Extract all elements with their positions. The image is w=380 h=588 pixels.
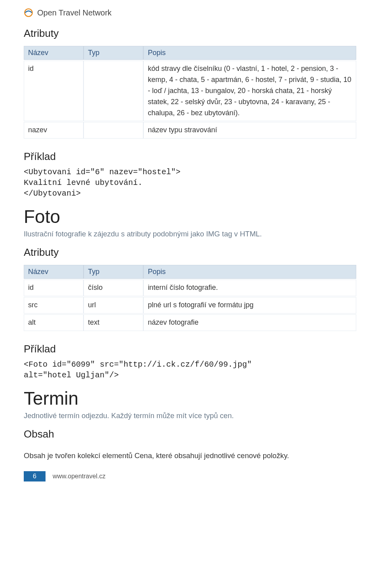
cell-type: číslo (84, 280, 143, 296)
th-desc: Popis (143, 46, 356, 60)
section-priklad-2: Příklad (24, 343, 356, 355)
cell-name: id (24, 280, 84, 296)
footer-url: www.opentravel.cz (53, 473, 105, 480)
table-row: id kód stravy dle číselníku (0 - vlastní… (24, 61, 356, 121)
th-type: Typ (84, 46, 143, 60)
cell-desc: interní číslo fotografie. (143, 280, 356, 296)
section-atributy-2: Atributy (24, 246, 356, 259)
section-priklad-1: Příklad (24, 150, 356, 163)
code-example-2: <Foto id="6099" src="http://i.ck.cz/f/60… (24, 359, 356, 381)
table-row: nazev název typu stravování (24, 122, 356, 139)
cell-desc: název fotografie (143, 314, 356, 331)
cell-type: text (84, 314, 143, 331)
table-row: src url plné url s fotografií ve formátu… (24, 297, 356, 314)
brand-text: Open Travel Network (37, 8, 112, 17)
page-header: Open Travel Network (24, 8, 356, 17)
cell-desc: kód stravy dle číselníku (0 - vlastní, 1… (143, 61, 356, 121)
table-row: alt text název fotografie (24, 314, 356, 331)
page-footer: 6 www.opentravel.cz (24, 471, 356, 481)
page-number: 6 (24, 471, 46, 481)
section-obsah: Obsah (24, 428, 356, 440)
table-row: id číslo interní číslo fotografie. (24, 280, 356, 296)
attributes-table-2: Název Typ Popis id číslo interní číslo f… (24, 264, 356, 332)
cell-desc: název typu stravování (143, 122, 356, 139)
obsah-body: Obsah je tvořen kolekcí elementů Cena, k… (24, 451, 356, 461)
foto-lead: Ilustrační fotografie k zájezdu s atribu… (24, 229, 356, 239)
termin-lead: Jednotlivé termín odjezdu. Každý termín … (24, 411, 356, 421)
logo-icon (24, 8, 33, 17)
th-desc: Popis (143, 265, 356, 279)
cell-name: nazev (24, 122, 84, 139)
cell-type (84, 61, 143, 121)
cell-desc: plné url s fotografií ve formátu jpg (143, 297, 356, 314)
cell-name: alt (24, 314, 84, 331)
cell-name: src (24, 297, 84, 314)
code-example-1: <Ubytovani id="6" nazev="hostel"> Kvalit… (24, 167, 356, 199)
cell-type (84, 122, 143, 139)
section-atributy-1: Atributy (24, 27, 356, 40)
th-name: Název (24, 46, 84, 60)
section-foto: Foto (24, 206, 356, 227)
cell-name: id (24, 61, 84, 121)
th-name: Název (24, 265, 84, 279)
th-type: Typ (84, 265, 143, 279)
section-termin: Termin (24, 388, 356, 409)
cell-type: url (84, 297, 143, 314)
attributes-table-1: Název Typ Popis id kód stravy dle číseln… (24, 45, 356, 139)
